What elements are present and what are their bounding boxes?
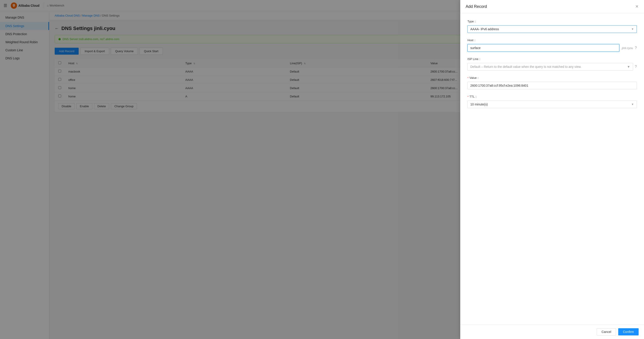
drawer-footer: Cancel Confirm bbox=[460, 325, 644, 339]
drawer-close-button[interactable]: ✕ bbox=[635, 4, 638, 9]
isp-line-form-group: ISP Line： Default – Return to the defaul… bbox=[468, 57, 637, 70]
chevron-down-icon: ▼ bbox=[631, 103, 634, 106]
drawer-header: Add Record ✕ bbox=[460, 0, 644, 13]
chevron-down-icon: ▼ bbox=[627, 65, 630, 68]
host-input[interactable] bbox=[468, 44, 619, 52]
type-value: AAAA- IPv6 address bbox=[470, 27, 499, 31]
host-label: Host： bbox=[468, 38, 637, 42]
ttl-label: * TTL： bbox=[468, 95, 637, 99]
isp-select[interactable]: Default – Return to the default value wh… bbox=[468, 63, 633, 70]
cancel-button[interactable]: Cancel bbox=[597, 328, 616, 336]
help-icon[interactable]: ? bbox=[635, 46, 637, 50]
ttl-form-group: * TTL： 10 minute(s) ▼ bbox=[468, 95, 637, 108]
isp-row: Default – Return to the default value wh… bbox=[468, 63, 637, 70]
value-form-group: * Value： bbox=[468, 76, 637, 89]
isp-line-label: ISP Line： bbox=[468, 57, 637, 61]
required-star: * bbox=[468, 76, 468, 80]
drawer-body: Type： AAAA- IPv6 address ▼ Host： .jinli.… bbox=[460, 13, 644, 325]
type-select[interactable]: AAAA- IPv6 address ▼ bbox=[468, 25, 637, 33]
ttl-value: 10 minute(s) bbox=[470, 103, 488, 106]
host-row: .jinli.cyou ? bbox=[468, 44, 637, 52]
value-label: * Value： bbox=[468, 76, 637, 80]
host-form-group: Host： .jinli.cyou ? bbox=[468, 38, 637, 52]
add-record-drawer: Add Record ✕ Type： AAAA- IPv6 address ▼ … bbox=[460, 0, 644, 339]
chevron-down-icon: ▼ bbox=[631, 27, 634, 31]
value-input[interactable] bbox=[468, 82, 637, 89]
type-label: Type： bbox=[468, 19, 637, 23]
ttl-select[interactable]: 10 minute(s) ▼ bbox=[468, 100, 637, 108]
type-form-group: Type： AAAA- IPv6 address ▼ bbox=[468, 19, 637, 33]
host-suffix: .jinli.cyou bbox=[621, 46, 633, 50]
isp-placeholder: Default – Return to the default value wh… bbox=[470, 65, 582, 68]
confirm-button[interactable]: Confirm bbox=[618, 328, 638, 336]
drawer-title: Add Record bbox=[466, 4, 487, 9]
isp-help-icon[interactable]: ? bbox=[635, 65, 637, 69]
required-star: * bbox=[468, 95, 468, 98]
